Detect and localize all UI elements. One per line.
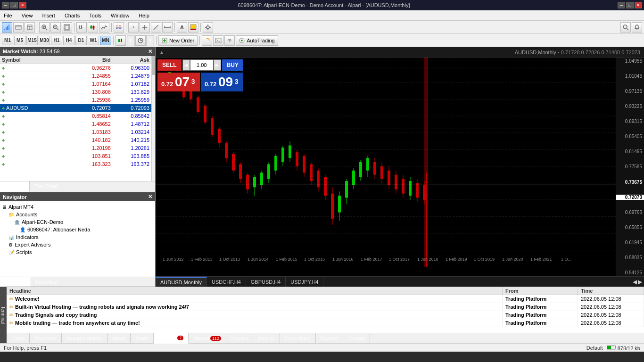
- title-close-btn[interactable]: ✕: [19, 2, 26, 8]
- mw-row[interactable]: ◆ CADJPY 103.851 103.885: [0, 152, 151, 160]
- bar-chart-btn[interactable]: [76, 22, 87, 33]
- nav-item-scripts[interactable]: 📝 Scripts: [2, 248, 153, 256]
- sell-button[interactable]: SELL: [157, 59, 182, 71]
- bottom-tab-code-base[interactable]: Code Base: [280, 333, 315, 344]
- mw-row[interactable]: ◆ USDCAD 1.25936 1.25959: [0, 96, 151, 104]
- text-btn[interactable]: A: [177, 22, 187, 33]
- mw-row[interactable]: ◆ GBPUSD 1.24855 1.24879: [0, 72, 151, 80]
- zoom-out-btn[interactable]: [50, 22, 61, 33]
- bottom-tab-experts[interactable]: Experts: [316, 333, 343, 344]
- nav-item-user-account[interactable]: 👤 60986047: Albonaser Neda: [2, 226, 153, 233]
- news-row-3[interactable]: ✉ Trading Signals and copy trading Tradi…: [7, 311, 644, 319]
- chart-tab-gbpusd-h4[interactable]: GBPUSD,H4: [246, 277, 286, 287]
- notification-btn[interactable]: [632, 22, 642, 33]
- tab-scroll-right[interactable]: ▶: [638, 279, 642, 285]
- period-sep-btn[interactable]: [135, 35, 146, 46]
- profile-btn[interactable]: [13, 22, 24, 33]
- news-row-2[interactable]: ✉ Built-in Virtual Hosting — trading rob…: [7, 303, 644, 311]
- bottom-tab-trade[interactable]: Trade: [7, 333, 30, 344]
- news-row-4[interactable]: ✉ Mobile trading — trade from anywhere a…: [7, 319, 644, 327]
- mw-row[interactable]: ◆ GBPJPY 163.323 163.372: [0, 160, 151, 168]
- title-maximize-btn[interactable]: □: [10, 2, 18, 8]
- refresh-btn[interactable]: [202, 35, 212, 46]
- bottom-tab-alerts[interactable]: Alerts: [131, 333, 154, 344]
- mw-row[interactable]: ◆ EURCHF 1.03183 1.03214: [0, 128, 151, 136]
- period-dropdown[interactable]: ▼: [147, 35, 154, 46]
- menu-insert[interactable]: Insert: [40, 12, 57, 19]
- mw-tab-tick-chart[interactable]: Tick Chart: [30, 181, 63, 192]
- mw-tab-symbols[interactable]: Symbols: [0, 181, 30, 192]
- lot-increase-btn[interactable]: ▶: [214, 59, 221, 71]
- bottom-tab-market[interactable]: Market112: [189, 333, 226, 344]
- window-minimize-btn[interactable]: ─: [618, 2, 625, 8]
- timeframe-d1[interactable]: D1: [75, 36, 87, 45]
- indicators-btn[interactable]: [114, 22, 124, 33]
- mw-row[interactable]: ◆ EURAUD 1.48652 1.48712: [0, 120, 151, 128]
- window-restore-btn[interactable]: □: [626, 2, 634, 8]
- window-close-btn[interactable]: ✕: [635, 2, 642, 8]
- mw-row[interactable]: ◆ USDJPY 130.808 130.829: [0, 88, 151, 96]
- terminal-btn[interactable]: [213, 35, 223, 46]
- timeframe-m30[interactable]: M30: [39, 36, 50, 45]
- menu-tools[interactable]: Tools: [87, 12, 103, 19]
- line-btn[interactable]: [151, 22, 161, 33]
- chart-container[interactable]: SELL ◀ ▶ BUY 0.72 07 3 0.72: [156, 58, 644, 276]
- menu-charts[interactable]: Charts: [63, 12, 82, 19]
- bottom-tab-news[interactable]: News: [108, 333, 131, 344]
- timeframe-m15[interactable]: M15: [26, 36, 38, 45]
- nav-close-btn[interactable]: ✕: [148, 194, 152, 200]
- nav-tab-common[interactable]: Common: [0, 277, 31, 287]
- color-picker-btn[interactable]: [188, 22, 198, 33]
- horizontal-line-btn[interactable]: [162, 22, 173, 33]
- new-chart-btn[interactable]: [2, 22, 12, 33]
- timeframe-h4[interactable]: H4: [63, 36, 74, 45]
- chart-mode-btn[interactable]: [116, 35, 126, 46]
- properties-btn[interactable]: [203, 22, 213, 33]
- new-order-btn[interactable]: New Order: [158, 35, 198, 46]
- zoom-in-btn[interactable]: [39, 22, 50, 33]
- search-btn[interactable]: [620, 22, 631, 33]
- nav-item-expert-advisors[interactable]: ⚙ Expert Advisors: [2, 241, 153, 248]
- bottom-tab-articles[interactable]: Articles: [253, 333, 280, 344]
- autotrading-btn[interactable]: AutoTrading: [236, 35, 278, 46]
- template-btn[interactable]: [25, 22, 35, 33]
- mw-row[interactable]: ◆ GBPCHF 1.20198 1.20261: [0, 144, 151, 152]
- signals-btn[interactable]: [224, 35, 235, 46]
- chart-tab-usdjpy-h4[interactable]: USDJPY,H4: [286, 277, 323, 287]
- nav-item-alpari-ecn-demo[interactable]: 🏦 Alpari-ECN-Demo: [2, 218, 153, 226]
- menu-window[interactable]: Window: [109, 12, 131, 19]
- nav-tab-favorites[interactable]: Favorites: [31, 277, 62, 287]
- mw-row[interactable]: ◆ EURGBP 0.85814 0.85842: [0, 112, 151, 120]
- candle-chart-btn[interactable]: [88, 22, 98, 33]
- bottom-tab-mailbox[interactable]: Mailbox7: [154, 333, 189, 344]
- zoom-fit-btn[interactable]: [62, 22, 72, 33]
- nav-item-accounts[interactable]: 📁 Accounts: [2, 211, 153, 218]
- mw-row[interactable]: ◆ AUDUSD 0.72073 0.72093: [0, 104, 151, 112]
- mw-scroll-thumb[interactable]: [152, 56, 155, 75]
- mw-row[interactable]: ◆ EURJPY 140.182 140.215: [0, 136, 151, 144]
- mw-row[interactable]: ◆ EURUSD 1.07164 1.07182: [0, 80, 151, 88]
- bottom-tab-account-history[interactable]: Account History: [62, 333, 108, 344]
- terminal-label[interactable]: Terminal: [0, 287, 7, 343]
- market-watch-close-btn[interactable]: ✕: [148, 49, 152, 55]
- timeframe-w1[interactable]: W1: [88, 36, 99, 45]
- timeframe-h1[interactable]: H1: [51, 36, 62, 45]
- news-row-1[interactable]: ✉ Welcome! Trading Platform 2022.06.05 1…: [7, 295, 644, 303]
- lot-size-input[interactable]: [190, 59, 214, 71]
- menu-help[interactable]: Help: [137, 12, 151, 19]
- bottom-tab-signals[interactable]: Signals: [226, 333, 253, 344]
- title-minimize-btn[interactable]: ─: [2, 2, 9, 8]
- lot-decrease-btn[interactable]: ◀: [182, 59, 190, 71]
- menu-file[interactable]: File: [2, 12, 14, 19]
- tab-scroll-left[interactable]: ◀: [633, 279, 637, 285]
- bottom-tab-journal[interactable]: Journal: [343, 333, 370, 344]
- mw-row[interactable]: ◆ USDCHF 0.96276 0.96300: [0, 64, 151, 72]
- chart-tab-audusd-monthly[interactable]: AUDUSD,Monthly: [156, 277, 207, 287]
- timeframe-m5[interactable]: M5: [14, 36, 25, 45]
- chart-mode-dropdown[interactable]: ▼: [127, 35, 134, 46]
- menu-view[interactable]: View: [20, 12, 35, 19]
- buy-button[interactable]: BUY: [222, 59, 243, 71]
- plus-btn[interactable]: [140, 22, 150, 33]
- crosshair-btn[interactable]: +: [128, 22, 139, 33]
- timeframe-mn[interactable]: MN: [100, 36, 111, 45]
